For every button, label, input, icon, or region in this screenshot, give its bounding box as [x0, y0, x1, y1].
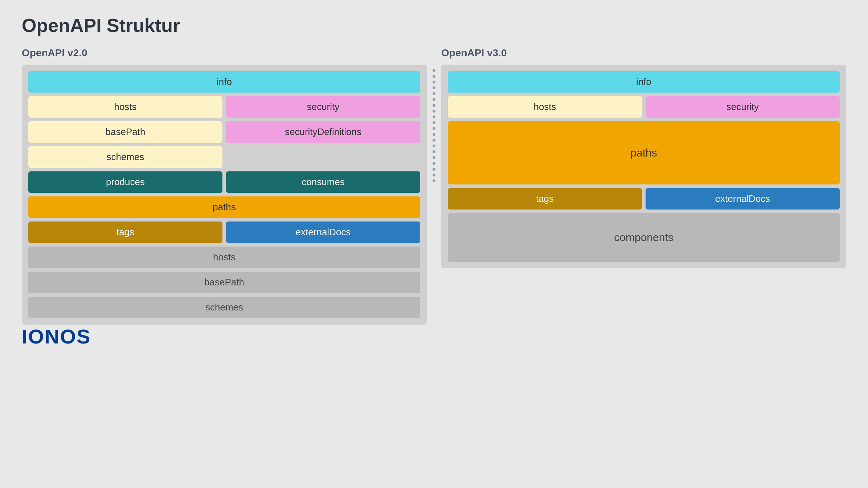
v3-externaldocs-block: externalDocs — [646, 188, 840, 210]
v3-security-block: security — [646, 96, 840, 118]
v2-bottom-basepath: basePath — [28, 272, 420, 293]
v2-row-5: tags externalDocs — [28, 221, 420, 243]
v3-components-block: components — [448, 213, 840, 262]
v2-hosts-block: hosts — [28, 96, 222, 118]
page-title: OpenAPI Struktur — [22, 15, 846, 36]
v2-bottom-schemes: schemes — [28, 297, 420, 318]
v3-paths-block: paths — [448, 121, 840, 184]
divider — [427, 47, 441, 287]
v2-paths-block: paths — [28, 196, 420, 218]
v2-bottom-hosts: hosts — [28, 247, 420, 268]
v2-basepath-block: basePath — [28, 121, 222, 143]
v2-produces-block: produces — [28, 171, 222, 193]
v2-externaldocs-block: externalDocs — [226, 221, 420, 243]
v2-left-col: hosts basePath schemes — [28, 96, 222, 168]
v2-row-2: hosts basePath schemes security security… — [28, 96, 420, 168]
v2-title: OpenAPI v2.0 — [22, 47, 427, 59]
ionos-logo: IONOS — [22, 325, 846, 348]
v2-securitydefs-block: securityDefinitions — [226, 121, 420, 143]
v2-right-col: security securityDefinitions — [226, 96, 420, 168]
v3-column: OpenAPI v3.0 info hosts security paths t… — [441, 47, 846, 268]
v3-diagram: info hosts security paths tags externalD… — [441, 65, 846, 268]
v3-title: OpenAPI v3.0 — [441, 47, 846, 59]
v2-column: OpenAPI v2.0 info hosts basePath schemes… — [22, 47, 427, 325]
dot-line — [433, 69, 435, 287]
v2-schemes-block: schemes — [28, 146, 222, 168]
v3-info-block: info — [448, 71, 840, 93]
v3-row-2: hosts security — [448, 96, 840, 118]
v2-info-block: info — [28, 71, 420, 93]
v2-row-3: produces consumes — [28, 171, 420, 193]
v2-security-block: security — [226, 96, 420, 118]
v3-tags-block: tags — [448, 188, 642, 210]
v3-hosts-block: hosts — [448, 96, 642, 118]
v2-diagram: info hosts basePath schemes security sec… — [22, 65, 427, 325]
v2-tags-block: tags — [28, 221, 222, 243]
v3-row-4: tags externalDocs — [448, 188, 840, 210]
v2-consumes-block: consumes — [226, 171, 420, 193]
